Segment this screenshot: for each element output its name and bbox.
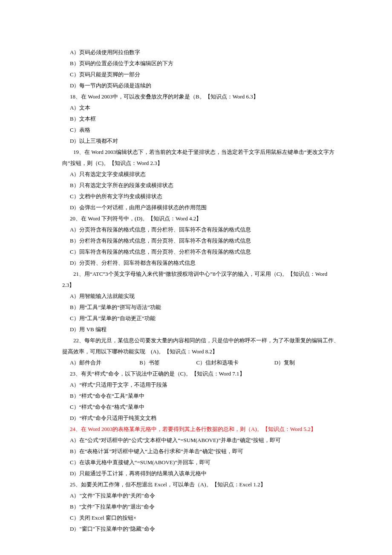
text-line: A）"文件"下拉菜单中的"关闭"命令 [51, 490, 341, 501]
text-line: C）关闭 Excel 窗口的按钮× [51, 512, 341, 523]
text-line: 19、在 Word 2003编辑状态下，若当前的文本处于竖排状态，当选定若干文字… [51, 147, 341, 169]
text-line: A）“样式”只适用于文字，不适用于段落 [51, 379, 341, 390]
text-line: A）在“公式”对话框中的“公式”文本框中键入“=SUM(ABOVE)”并单击“确… [51, 435, 341, 446]
document-page: A）页码必须使用阿拉伯数字B）页码的位置必须位于文本编辑区的下方C）页码只能是页… [0, 0, 392, 555]
text-line: B）文本框 [51, 113, 341, 124]
text-line: C）“样式”命令在“格式”菜单中 [51, 402, 341, 413]
text-line: D）“样式”命令只适用于纯英文文档 [51, 413, 341, 424]
option-d: D）复制 [274, 357, 295, 368]
text-line: D）用 VB 编程 [51, 324, 341, 335]
text-line: C）用“工具”菜单的“自动更正”功能 [51, 313, 341, 324]
text-line: D）以上三项都不对 [51, 136, 341, 147]
text-line: A）页码必须使用阿拉伯数字 [51, 47, 341, 58]
text-line: A）文本 [51, 102, 341, 113]
text-line: C）回车符含有段落的格式信息，而分页符、分栏符不含有段落的格式信息 [51, 246, 341, 257]
text-line: C）页码只能是页脚的一部分 [51, 69, 341, 80]
text-line: D）会弹出一个对话框，由用户选择横排状态的作用范围 [51, 202, 341, 213]
text-line: 20、在 Word 下列符号中，(D)。【知识点：Word 4.2】 [51, 213, 341, 224]
options-row-q22: A）邮件合并 B）书签 C）信封和选项卡 D）复制 [51, 357, 341, 368]
option-a: A）邮件合并 [70, 357, 138, 368]
text-line: 22、每年的元旦，某信息公司要发大量的内容相同的信，只是信中的称呼不一样，为了不… [51, 335, 341, 357]
text-line: 18、在 Word 2003中，可以改变叠放次序的对象是（B。【知识点：Word… [51, 91, 341, 102]
text-line: B）"文件"下拉菜单中的"退出"命令 [51, 501, 341, 512]
text-line: 25、如要关闭工作簿，但不想退出 Excel，可以单击（A)。【知识点：Exce… [51, 479, 341, 490]
text-line: B）分栏符含有段落的格式信息，而分页符、回车符不含有段落的格式信息 [51, 235, 341, 246]
text-line: B）用“工具”菜单的“拼写与语法”功能 [51, 302, 341, 313]
text-line: C）文档中的所有文字均变成横排状态 [51, 191, 341, 202]
text-line: C）表格 [51, 124, 341, 136]
text-line: 24、在 Word 2003的表格某单元格中，若要得到其上各行数据的总和，则（A… [51, 424, 341, 435]
text-line: B）在“表格计算”对话框中键入“上边各行求和”并单击“确定”按钮，即可 [51, 446, 341, 457]
text-line: B）“样式”命令在“工具”菜单中 [51, 390, 341, 402]
option-b: B）书签 [139, 357, 195, 368]
text-line: B）页码的位置必须位于文本编辑区的下方 [51, 58, 341, 69]
text-line: C）在该单元格中直接键入“=SUM(ABOVE)”并回车，即可 [51, 457, 341, 468]
text-line: 21、用“ATC”3个英文字母输入来代替“微软授权培训中心”8个汉字的输入，可采… [51, 269, 341, 291]
text-line: A）只有选定文字变成横排状态 [51, 169, 341, 180]
option-c: C）信封和选项卡 [196, 357, 273, 368]
text-line: A）分页符含有段落的格式信息，而分栏符、回车符不含有段落的格式信息 [51, 224, 341, 235]
text-line: A）用智能输入法就能实现 [51, 291, 341, 302]
text-line: D）"窗口"下拉菜单中的"隐藏"命令 [51, 523, 341, 535]
text-line: B）只有选定文字所在的段落变成横排状态 [51, 180, 341, 191]
text-line: 23、有关“样式”命令，以下说法中正确的是（C)。【知识点：Word 7.1】 [51, 368, 341, 379]
text-line: D）每一节内的页码必须是连续的 [51, 80, 341, 91]
text-line: D）分页符、分栏符、回车符都含有段落的格式信息 [51, 257, 341, 269]
text-line: D）只能通过手工计算，再将得到的结果填入该单元格中 [51, 468, 341, 479]
